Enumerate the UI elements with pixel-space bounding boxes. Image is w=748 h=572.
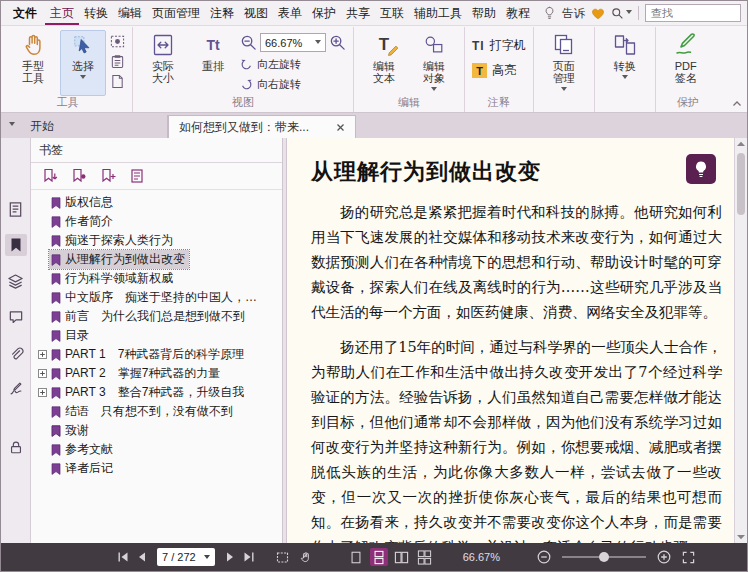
next-page-icon[interactable] xyxy=(224,551,236,563)
convert-button[interactable]: 转换 xyxy=(602,30,648,96)
edit-object-label: 编辑对象 xyxy=(419,60,449,84)
single-page-view-icon[interactable] xyxy=(347,548,365,566)
last-page-icon[interactable] xyxy=(243,551,255,563)
zoom-in-button[interactable] xyxy=(657,550,671,564)
document-area: 从理解行为到做出改变 扬的研究总是紧紧把握着时代和科技的脉搏。他研究如何利用当下… xyxy=(287,138,747,543)
scroll-up-icon[interactable] xyxy=(735,141,747,146)
close-tab-icon[interactable] xyxy=(336,123,345,132)
zoom-out-icon[interactable] xyxy=(240,34,257,51)
reflow-button[interactable]: Tt 重排 xyxy=(190,30,236,96)
search-icon[interactable] xyxy=(611,7,632,20)
facing-continuous-view-icon[interactable] xyxy=(416,548,434,566)
continuous-view-icon[interactable] xyxy=(370,548,388,566)
zoom-slider-thumb[interactable] xyxy=(599,552,609,562)
bookmark-item[interactable]: 前言 为什么我们总是想到做不到 xyxy=(31,307,282,326)
scroll-down-icon[interactable] xyxy=(735,535,747,540)
first-page-icon[interactable] xyxy=(117,551,129,563)
menu-tab-view[interactable]: 视图 xyxy=(239,1,273,25)
hand-tool-button[interactable]: 手型工具 xyxy=(10,30,56,96)
tools-small-buttons xyxy=(110,30,125,96)
lock-icon[interactable] xyxy=(5,436,27,458)
bookmark-item[interactable]: PART 2 掌握7种武器的力量 xyxy=(31,364,282,383)
edit-text-button[interactable]: T 编辑文本 xyxy=(361,30,407,96)
bookmark-item[interactable]: 结语 只有想不到，没有做不到 xyxy=(31,402,282,421)
navigation-strip xyxy=(1,138,31,543)
previous-page-icon[interactable] xyxy=(136,551,148,563)
zoom-slider[interactable] xyxy=(562,556,646,558)
comments-icon[interactable] xyxy=(5,306,27,328)
rotate-left-button[interactable]: 向左旋转 xyxy=(240,56,346,72)
page-thumbnails-icon[interactable] xyxy=(5,198,27,220)
tab-list-icon[interactable] xyxy=(9,122,15,129)
bookmark-item[interactable]: 参考文献 xyxy=(31,440,282,459)
zoom-level-select[interactable]: 66.67% xyxy=(260,33,326,52)
actual-size-button[interactable]: 实际大小 xyxy=(140,30,186,96)
select-zoom-icon[interactable] xyxy=(276,551,289,564)
bookmarks-panel-icon[interactable] xyxy=(5,234,27,256)
typewriter-button[interactable]: TI 打字机 xyxy=(472,37,526,54)
expand-icon[interactable] xyxy=(36,369,49,378)
paste-page-icon[interactable] xyxy=(110,74,125,89)
bookmark-item[interactable]: 行为科学领域新权威 xyxy=(31,269,282,288)
menu-tab-share[interactable]: 共享 xyxy=(341,1,375,25)
page-view-icon[interactable] xyxy=(129,168,145,184)
fullscreen-icon[interactable] xyxy=(682,551,695,564)
menu-tab-home[interactable]: 主页 xyxy=(45,1,79,25)
menu-tab-protect[interactable]: 保护 xyxy=(307,1,341,25)
attachments-icon[interactable] xyxy=(5,342,27,364)
snapshot-icon[interactable] xyxy=(110,34,125,49)
scrollbar-thumb[interactable] xyxy=(737,153,745,215)
zoom-out-button[interactable] xyxy=(537,550,551,564)
bookmark-item[interactable]: 痴迷于探索人类行为 xyxy=(31,231,282,250)
tell-me-label[interactable]: 告诉 xyxy=(562,6,585,21)
tab-document[interactable]: 如何想到又做到：带来... xyxy=(168,115,356,138)
expand-icon[interactable] xyxy=(36,388,49,397)
bookmark-item[interactable]: 致谢 xyxy=(31,421,282,440)
bookmark-item[interactable]: 中文版序 痴迷于坚持的中国人，更应学… xyxy=(31,288,282,307)
menu-tab-connect[interactable]: 互联 xyxy=(375,1,409,25)
hand-icon xyxy=(21,32,45,58)
tab-start[interactable]: 开始 xyxy=(20,115,168,138)
bookmark-item[interactable]: 版权信息 xyxy=(31,193,282,212)
locate-bookmark-icon[interactable] xyxy=(71,168,87,184)
page-number-input[interactable]: 7 / 272 xyxy=(157,548,215,566)
bookmark-item[interactable]: PART 1 7种武器背后的科学原理 xyxy=(31,345,282,364)
facing-view-icon[interactable] xyxy=(393,548,411,566)
heart-icon[interactable] xyxy=(591,7,605,20)
menu-tab-edit[interactable]: 编辑 xyxy=(113,1,147,25)
collapse-ribbon-icon[interactable] xyxy=(732,100,742,108)
highlight-button[interactable]: T 高亮 xyxy=(472,62,526,79)
lightbulb-icon[interactable] xyxy=(543,6,556,20)
hand-pan-icon[interactable] xyxy=(299,551,312,564)
rotate-right-label: 向右旋转 xyxy=(257,77,301,92)
bookmark-label: 译者后记 xyxy=(65,460,113,477)
select-tool-button[interactable]: 选择 xyxy=(60,30,106,96)
layers-icon[interactable] xyxy=(5,270,27,292)
menu-tab-help[interactable]: 帮助 xyxy=(467,1,501,25)
menu-tab-convert[interactable]: 转换 xyxy=(79,1,113,25)
expand-icon[interactable] xyxy=(36,350,49,359)
zoom-in-icon[interactable] xyxy=(329,34,346,51)
clipboard-icon[interactable] xyxy=(110,54,125,69)
pdf-sign-button[interactable]: PDF签名 xyxy=(663,30,709,96)
bookmark-item[interactable]: 目录 xyxy=(31,326,282,345)
find-input[interactable] xyxy=(645,4,741,22)
menu-tab-accessibility[interactable]: 辅助工具 xyxy=(409,1,467,25)
bookmark-item[interactable]: 作者简介 xyxy=(31,212,282,231)
menu-file[interactable]: 文件 xyxy=(5,1,45,25)
menu-tab-form[interactable]: 表单 xyxy=(273,1,307,25)
chapter-title: 从理解行为到做出改变 xyxy=(311,154,541,187)
add-bookmark-icon[interactable] xyxy=(100,168,116,184)
menu-tab-organize[interactable]: 页面管理 xyxy=(147,1,205,25)
page-manage-button[interactable]: 页面管理 xyxy=(541,30,587,96)
rotate-right-button[interactable]: 向右旋转 xyxy=(240,76,346,92)
menu-tab-comment[interactable]: 注释 xyxy=(205,1,239,25)
bookmark-item[interactable]: 译者后记 xyxy=(31,459,282,478)
expand-bookmarks-icon[interactable] xyxy=(42,168,58,184)
edit-object-button[interactable]: 编辑对象 xyxy=(411,30,457,96)
menu-tab-tutorial[interactable]: 教程 xyxy=(501,1,535,25)
signature-panel-icon[interactable] xyxy=(5,378,27,400)
vertical-scrollbar[interactable] xyxy=(734,138,747,543)
bookmark-item[interactable]: PART 3 整合7种武器，升级自我 xyxy=(31,383,282,402)
bookmark-item-selected[interactable]: 从理解行为到做出改变 xyxy=(31,250,282,269)
